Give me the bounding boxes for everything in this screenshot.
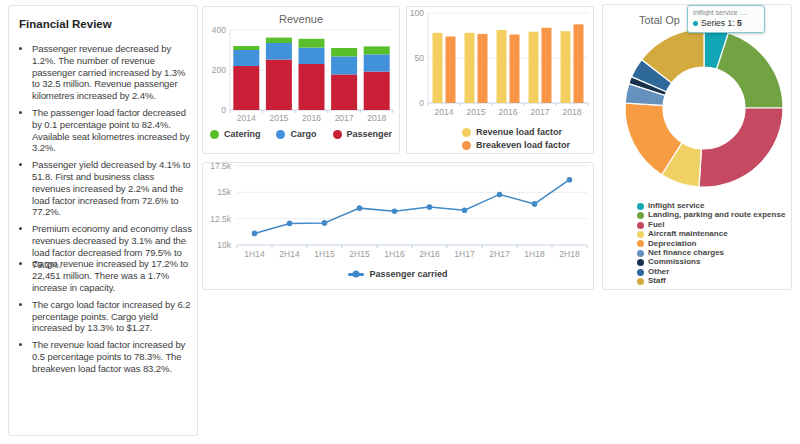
y-tick-label: 50: [415, 53, 425, 63]
bar-2018-catering[interactable]: [364, 46, 390, 54]
legend-marker-point: [353, 271, 360, 278]
revenue-stacked-bar-chart[interactable]: 020040020142015201620172018: [203, 27, 399, 125]
bar-2014-revenue-load-factor[interactable]: [433, 33, 443, 103]
bar-2016-catering[interactable]: [299, 39, 325, 48]
point-1H15[interactable]: [322, 220, 328, 226]
legend-item-passenger-carried[interactable]: Passenger carried: [348, 269, 447, 279]
point-2H15[interactable]: [357, 205, 363, 211]
y-tick-label: 400: [212, 27, 226, 35]
x-tick-label: 1H16: [384, 249, 405, 259]
legend-item-breakeven-load-factor[interactable]: Breakeven load factor: [462, 140, 593, 150]
legend-dot-icon: [462, 141, 471, 150]
legend-label: Breakeven load factor: [476, 140, 570, 150]
legend-item-other[interactable]: Other: [637, 268, 791, 276]
point-1H16[interactable]: [392, 208, 398, 214]
bar-2016-revenue-load-factor[interactable]: [497, 30, 507, 103]
bar-2017-cargo[interactable]: [331, 56, 357, 74]
legend-label: Revenue load factor: [476, 127, 562, 137]
legend-label: Commissions: [648, 258, 700, 266]
revenue-chart-legend: CateringCargoPassenger: [203, 129, 399, 139]
x-tick-label: 1H15: [314, 249, 335, 259]
legend-dot-icon: [637, 259, 644, 266]
review-bullet: Passenger revenue decreased by 1.2%. The…: [32, 43, 192, 102]
bar-2015-catering[interactable]: [266, 38, 292, 43]
operating-costs-chart-card: Total Op Inflight service .... Series 1:…: [602, 4, 792, 290]
point-2H14[interactable]: [287, 221, 293, 227]
bar-2014-passenger[interactable]: [233, 66, 259, 110]
y-tick-label: 15k: [217, 187, 231, 197]
bar-2018-passenger[interactable]: [364, 72, 390, 110]
bar-2014-cargo[interactable]: [233, 50, 259, 66]
legend-dot-icon: [637, 240, 644, 247]
tooltip-series-marker: [693, 21, 698, 26]
passenger-carried-chart-card: 10k12.5k15k17.5k1H142H141H152H151H162H16…: [202, 162, 594, 290]
legend-item-staff[interactable]: Staff: [637, 277, 791, 285]
legend-label: Landing, parking and route expense: [648, 211, 785, 219]
point-2H17[interactable]: [497, 192, 503, 198]
review-bullet: Passenger yield decreased by 4.1% to 51.…: [32, 159, 192, 218]
tooltip-category-label: Inflight service ....: [693, 9, 759, 16]
legend-item-catering[interactable]: Catering: [210, 129, 261, 139]
x-tick-label: 1H17: [454, 249, 475, 259]
bar-2016-cargo[interactable]: [299, 48, 325, 64]
legend-item-net-finance-charges[interactable]: Net finance charges: [637, 249, 791, 257]
bar-2014-catering[interactable]: [233, 46, 259, 50]
bar-2016-breakeven-load-factor[interactable]: [510, 35, 520, 103]
bar-2017-revenue-load-factor[interactable]: [529, 32, 539, 103]
bar-2018-cargo[interactable]: [364, 54, 390, 71]
legend-item-inflight-service[interactable]: Inflight service: [637, 202, 791, 210]
bar-2017-breakeven-load-factor[interactable]: [542, 28, 552, 103]
x-tick-label: 2018: [367, 113, 386, 123]
legend-dot-icon: [462, 128, 471, 137]
legend-item-passenger[interactable]: Passenger: [333, 129, 393, 139]
bar-2014-breakeven-load-factor[interactable]: [446, 36, 456, 103]
bar-2018-breakeven-load-factor[interactable]: [574, 24, 584, 103]
load-factor-chart-card: 05010020142015201620172018 Revenue load …: [406, 6, 594, 154]
y-tick-label: 100: [410, 8, 424, 18]
x-tick-label: 2014: [435, 107, 454, 117]
legend-label: Other: [648, 268, 669, 276]
financial-review-list: Passenger revenue decreased by 1.2%. The…: [17, 43, 194, 375]
legend-label: Inflight service: [648, 202, 704, 210]
passenger-carried-line-chart[interactable]: 10k12.5k15k17.5k1H142H141H152H151H162H16…: [203, 163, 593, 265]
x-tick-label: 2017: [335, 113, 354, 123]
bar-2015-breakeven-load-factor[interactable]: [478, 34, 488, 103]
point-1H17[interactable]: [462, 207, 468, 213]
financial-review-title: Financial Review: [19, 18, 194, 30]
bar-2017-passenger[interactable]: [331, 74, 357, 110]
legend-label: Staff: [648, 277, 666, 285]
legend-item-revenue-load-factor[interactable]: Revenue load factor: [462, 127, 593, 137]
legend-label: Passenger carried: [369, 269, 447, 279]
operating-costs-donut-chart[interactable]: [603, 5, 791, 197]
point-1H18[interactable]: [532, 201, 538, 207]
point-1H14[interactable]: [252, 231, 258, 237]
x-tick-label: 2H15: [349, 249, 370, 259]
point-2H18[interactable]: [567, 177, 573, 183]
legend-item-fuel[interactable]: Fuel: [637, 221, 791, 229]
x-tick-label: 2H18: [559, 249, 580, 259]
legend-item-aircraft-maintenance[interactable]: Aircraft maintenance: [637, 230, 791, 238]
load-factor-bar-chart[interactable]: 05010020142015201620172018: [407, 7, 593, 125]
x-tick-label: 2H16: [419, 249, 440, 259]
legend-dot-icon: [210, 130, 219, 139]
donut-slice-landing-parking-and-route-expense[interactable]: [717, 33, 783, 108]
bar-2015-revenue-load-factor[interactable]: [465, 33, 475, 103]
legend-label: Net finance charges: [648, 249, 724, 257]
bar-2018-revenue-load-factor[interactable]: [561, 31, 571, 103]
bar-2017-catering[interactable]: [331, 48, 357, 56]
legend-item-landing-parking-and-route-expense[interactable]: Landing, parking and route expense: [637, 211, 791, 219]
x-tick-label: 2016: [302, 113, 321, 123]
dashboard: Financial Review Passenger revenue decre…: [0, 0, 800, 444]
bar-2016-passenger[interactable]: [299, 64, 325, 110]
donut-slice-fuel[interactable]: [699, 108, 783, 187]
bar-2015-cargo[interactable]: [266, 43, 292, 60]
x-tick-label: 2018: [563, 107, 582, 117]
legend-dot-icon: [333, 130, 342, 139]
bar-2015-passenger[interactable]: [266, 60, 292, 110]
point-2H16[interactable]: [427, 204, 433, 210]
financial-review-card: Financial Review Passenger revenue decre…: [8, 5, 198, 436]
legend-item-depreciation[interactable]: Depreciation: [637, 240, 791, 248]
x-tick-label: 2014: [237, 113, 256, 123]
legend-item-commissions[interactable]: Commissions: [637, 258, 791, 266]
legend-item-cargo[interactable]: Cargo: [276, 129, 316, 139]
